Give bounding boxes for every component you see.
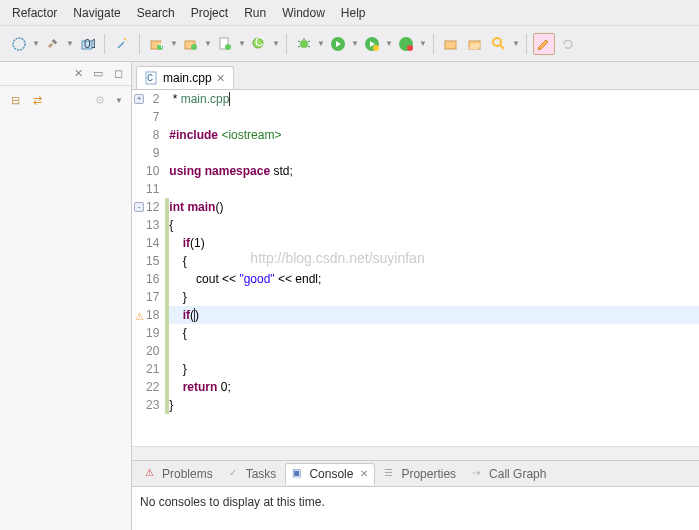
code-editor[interactable]: 2+789101112-131415161718⚠1920212223 http… <box>132 90 699 446</box>
hammer-icon[interactable] <box>42 33 64 55</box>
menu-bar: RefactorNavigateSearchProjectRunWindowHe… <box>0 0 699 26</box>
svg-text:C: C <box>255 36 264 49</box>
console-content: No consoles to display at this time. <box>132 487 699 530</box>
new-project-icon[interactable]: + <box>146 33 168 55</box>
svg-text:c: c <box>147 71 153 84</box>
wand-icon[interactable] <box>111 33 133 55</box>
bottom-tab-console[interactable]: ▣Console✕ <box>285 463 375 485</box>
svg-point-16 <box>373 45 379 51</box>
menu-run[interactable]: Run <box>236 2 274 24</box>
main-toolbar: ▼ ▼ 010 +▼ ▼ ▼ C▼ ▼ ▼ ▼ ▼ ▼ <box>0 26 699 62</box>
svg-rect-19 <box>445 41 456 49</box>
horizontal-scrollbar[interactable] <box>132 446 699 460</box>
restore-icon[interactable]: ◻ <box>111 67 125 81</box>
menu-window[interactable]: Window <box>274 2 333 24</box>
open-icon[interactable] <box>464 33 486 55</box>
bottom-tab-properties[interactable]: ☰Properties <box>377 463 463 485</box>
close-icon[interactable]: ✕ <box>71 67 85 81</box>
bottom-panel: ⚠Problems✓Tasks▣Console✕☰Properties⇢Call… <box>132 460 699 530</box>
svg-point-13 <box>300 40 308 48</box>
menu-refactor[interactable]: Refactor <box>4 2 65 24</box>
new-file-icon[interactable] <box>214 33 236 55</box>
profile-icon[interactable] <box>395 33 417 55</box>
search-icon[interactable] <box>488 33 510 55</box>
debug-icon[interactable] <box>293 33 315 55</box>
svg-point-10 <box>225 44 231 50</box>
menu-project[interactable]: Project <box>183 2 236 24</box>
new-package-icon[interactable] <box>440 33 462 55</box>
tab-label: main.cpp <box>163 71 212 85</box>
svg-point-18 <box>407 45 413 51</box>
refresh-icon[interactable] <box>557 33 579 55</box>
tab-close-icon[interactable]: ✕ <box>216 72 225 85</box>
new-class-icon[interactable]: C <box>248 33 270 55</box>
run-icon[interactable] <box>327 33 349 55</box>
svg-text:+: + <box>158 38 165 52</box>
bottom-tabs: ⚠Problems✓Tasks▣Console✕☰Properties⇢Call… <box>132 461 699 487</box>
menu-navigate[interactable]: Navigate <box>65 2 128 24</box>
svg-point-21 <box>493 38 501 46</box>
view-menu-icon[interactable]: ⚙ <box>93 93 107 107</box>
build-icon[interactable] <box>8 33 30 55</box>
link-icon[interactable]: ⇄ <box>30 93 44 107</box>
sidebar: ✕ ▭ ◻ ⊟ ⇄ ⚙ ▼ <box>0 62 132 530</box>
run-last-icon[interactable] <box>361 33 383 55</box>
menu-search[interactable]: Search <box>129 2 183 24</box>
target-icon[interactable]: 010 <box>76 33 98 55</box>
collapse-icon[interactable]: ⊟ <box>8 93 22 107</box>
svg-text:010: 010 <box>84 37 95 51</box>
bottom-tab-call-graph[interactable]: ⇢Call Graph <box>465 463 553 485</box>
svg-point-0 <box>13 38 25 50</box>
svg-rect-1 <box>52 38 58 44</box>
menu-help[interactable]: Help <box>333 2 374 24</box>
editor-area: c main.cpp ✕ 2+789101112-131415161718⚠19… <box>132 62 699 530</box>
cpp-file-icon: c <box>145 71 159 85</box>
bottom-tab-tasks[interactable]: ✓Tasks <box>222 463 284 485</box>
edit-icon[interactable] <box>533 33 555 55</box>
tab-main-cpp[interactable]: c main.cpp ✕ <box>136 66 234 89</box>
svg-point-8 <box>191 44 197 50</box>
bottom-tab-problems[interactable]: ⚠Problems <box>138 463 220 485</box>
editor-tabs: c main.cpp ✕ <box>132 62 699 90</box>
new-folder-icon[interactable] <box>180 33 202 55</box>
minimize-icon[interactable]: ▭ <box>91 67 105 81</box>
